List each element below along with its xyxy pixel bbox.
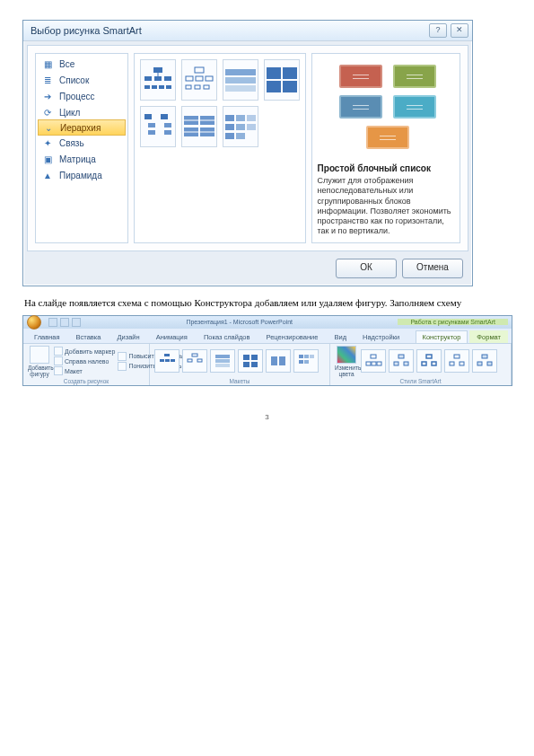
svg-rect-49 — [197, 359, 202, 362]
close-button[interactable]: ✕ — [451, 23, 468, 38]
layout-thumb[interactable] — [210, 349, 235, 373]
svg-rect-56 — [251, 362, 258, 367]
svg-rect-21 — [267, 81, 281, 92]
svg-rect-25 — [148, 130, 155, 135]
rtl-button[interactable]: Справа налево — [54, 356, 115, 365]
style-thumb[interactable] — [361, 349, 386, 373]
svg-rect-65 — [366, 362, 371, 365]
tab-slideshow[interactable]: Показ слайдов — [197, 330, 258, 343]
ribbon-body: Добавить фигуру Добавить маркер Справа н… — [23, 344, 512, 385]
ribbon-screenshot: Презентация1 - Microsoft PowerPoint Рабо… — [22, 315, 512, 386]
layout-thumb[interactable] — [266, 349, 291, 373]
svg-rect-75 — [450, 362, 454, 365]
category-all[interactable]: ▦ Все — [36, 56, 127, 72]
layout-thumb[interactable] — [238, 349, 263, 373]
svg-rect-23 — [144, 114, 152, 119]
style-thumb[interactable] — [472, 349, 497, 373]
add-shape-icon — [30, 346, 49, 364]
category-hierarchy[interactable]: ⌄ Иерархия — [38, 119, 126, 136]
svg-rect-63 — [304, 360, 309, 364]
svg-rect-35 — [225, 115, 234, 121]
cycle-icon: ⟳ — [41, 107, 54, 118]
svg-rect-53 — [243, 355, 249, 360]
tab-designer[interactable]: Конструктор — [416, 330, 468, 343]
page-number: 3 — [22, 413, 512, 421]
preview-block — [393, 95, 436, 119]
tab-addins[interactable]: Надстройки — [355, 330, 407, 343]
layout-button[interactable]: Макет — [54, 366, 115, 375]
tab-insert[interactable]: Вставка — [69, 330, 109, 343]
svg-rect-20 — [283, 67, 297, 79]
smartart-dialog: Выбор рисунка SmartArt ? ✕ ▦ Все ≣ Списо… — [22, 20, 473, 286]
add-shape-button[interactable]: Добавить фигуру — [28, 346, 51, 377]
category-cycle[interactable]: ⟳ Цикл — [36, 104, 127, 120]
change-colors-button[interactable]: Изменить цвета — [335, 346, 358, 377]
layout-thumb[interactable] — [223, 106, 258, 147]
qat-undo-icon[interactable] — [60, 318, 69, 327]
preview-block — [339, 65, 382, 88]
style-thumb[interactable] — [444, 349, 469, 373]
svg-rect-15 — [204, 85, 209, 89]
category-pyramid[interactable]: ▲ Пирамида — [36, 167, 127, 183]
window-title: Презентация1 - Microsoft PowerPoint — [86, 319, 392, 325]
svg-rect-38 — [225, 124, 234, 130]
svg-rect-17 — [225, 77, 256, 84]
tab-design[interactable]: Дизайн — [109, 330, 146, 343]
layout-icon — [54, 366, 63, 375]
tab-format[interactable]: Формат — [469, 330, 508, 343]
add-bullet-button[interactable]: Добавить маркер — [54, 347, 115, 356]
add-shape-label: Добавить фигуру — [28, 365, 54, 377]
layouts-gallery[interactable] — [154, 349, 319, 373]
palette-icon — [337, 346, 356, 364]
tab-review[interactable]: Рецензирование — [259, 330, 326, 343]
preview-layout-name: Простой блочный список — [318, 163, 454, 173]
svg-rect-58 — [279, 356, 285, 365]
ok-button[interactable]: ОК — [336, 259, 397, 278]
category-relationship[interactable]: ✦ Связь — [36, 135, 127, 151]
svg-rect-40 — [247, 124, 256, 130]
tab-home[interactable]: Главная — [27, 330, 67, 343]
style-thumb[interactable] — [389, 349, 414, 373]
tab-view[interactable]: Вид — [327, 330, 354, 343]
category-list-item[interactable]: ≣ Список — [36, 72, 127, 88]
category-process[interactable]: ➔ Процесс — [36, 88, 127, 104]
matrix-icon: ▣ — [41, 154, 54, 164]
svg-rect-36 — [236, 115, 245, 121]
styles-gallery[interactable] — [361, 349, 497, 373]
layout-thumb[interactable] — [182, 349, 207, 373]
layout-thumb[interactable] — [154, 349, 179, 373]
svg-rect-2 — [144, 76, 152, 81]
svg-rect-6 — [152, 85, 157, 89]
svg-rect-77 — [482, 355, 487, 358]
cancel-button[interactable]: Отмена — [402, 259, 463, 278]
layout-thumb[interactable] — [140, 106, 176, 147]
qat-redo-icon[interactable] — [72, 318, 81, 327]
category-label: Список — [59, 75, 89, 85]
arrows-icon: ➔ — [41, 91, 54, 101]
svg-rect-28 — [164, 130, 171, 135]
category-matrix[interactable]: ▣ Матрица — [36, 151, 127, 167]
bullet-icon — [54, 347, 63, 356]
style-thumb[interactable] — [416, 349, 442, 373]
change-colors-label: Изменить цвета — [335, 365, 361, 377]
svg-rect-69 — [394, 362, 398, 365]
help-button[interactable]: ? — [429, 23, 447, 38]
category-label: Связь — [59, 138, 84, 148]
layout-thumb[interactable] — [181, 106, 217, 147]
svg-rect-60 — [304, 355, 309, 358]
office-orb-icon[interactable] — [27, 315, 41, 330]
layout-thumb[interactable] — [181, 59, 217, 101]
category-label: Матрица — [59, 154, 96, 164]
layout-thumb[interactable] — [140, 59, 176, 101]
svg-rect-66 — [372, 362, 376, 365]
dialog-titlebar: Выбор рисунка SmartArt ? ✕ — [23, 21, 472, 41]
svg-rect-62 — [299, 360, 303, 364]
qat-save-icon[interactable] — [48, 318, 57, 327]
layout-thumb[interactable] — [293, 349, 319, 373]
category-label: Пирамида — [59, 171, 102, 180]
svg-rect-72 — [422, 362, 426, 365]
layout-thumb[interactable] — [223, 59, 258, 101]
layout-thumb[interactable] — [264, 59, 300, 101]
svg-rect-61 — [310, 355, 314, 358]
tab-animations[interactable]: Анимация — [149, 330, 195, 343]
